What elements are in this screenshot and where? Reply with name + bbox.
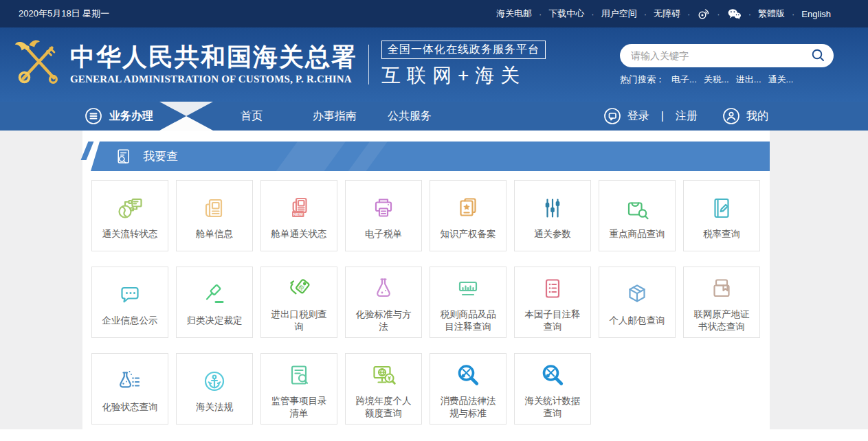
package-box-icon bbox=[622, 278, 652, 311]
topbar-link-customs-mail[interactable]: 海关电邮 bbox=[496, 8, 532, 20]
service-card-label: 通关流转状态 bbox=[101, 228, 159, 240]
clipboard-search-icon bbox=[284, 359, 314, 392]
service-card-crossborder-annual-quota[interactable]: 跨境年度个人额度查询 bbox=[345, 353, 422, 425]
topbar-link-accessibility[interactable]: 无障碍 bbox=[654, 8, 680, 20]
hamburger-menu-icon bbox=[85, 107, 102, 125]
service-card-domestic-subheading-notes[interactable]: 本国子目注释查询 bbox=[514, 267, 591, 338]
svg-text:NEW: NEW bbox=[293, 211, 303, 216]
service-card-supervision-catalog[interactable]: 监管事项目录清单 bbox=[260, 353, 337, 425]
service-card-label: 进出口税则查询 bbox=[270, 308, 328, 333]
topbar-link-download-center[interactable]: 下载中心 bbox=[548, 8, 584, 20]
service-card-lab-standards-methods[interactable]: 化验标准与方法 bbox=[345, 267, 422, 338]
service-card-label: 消费品法律法规与标准 bbox=[439, 395, 497, 420]
login-register-group: 登录 | 注册 bbox=[603, 107, 698, 125]
search-button[interactable] bbox=[811, 48, 825, 63]
service-card-label: 知识产权备案 bbox=[439, 228, 497, 240]
service-card-clearance-parameters[interactable]: 通关参数 bbox=[514, 180, 591, 251]
service-card-lab-status-query[interactable]: 化验状态查询 bbox=[91, 353, 168, 425]
nav-item-public-services[interactable]: 公共服务 bbox=[388, 109, 432, 124]
emblem-magnifier-icon bbox=[537, 359, 568, 392]
topbar-link-traditional-chinese[interactable]: 繁體版 bbox=[758, 8, 785, 20]
hot-search-item[interactable]: 进出... bbox=[736, 74, 761, 86]
service-card-manifest-clearance-status[interactable]: NEW 舱单通关状态 bbox=[260, 180, 337, 251]
site-header: 中华人民共和国海关总署 GENERAL ADMINISTRATION OF CU… bbox=[0, 27, 868, 102]
query-section-banner: 我要查 bbox=[91, 142, 770, 171]
customs-emblem-logo bbox=[11, 36, 65, 93]
service-card-label: 企业信息公示 bbox=[101, 315, 159, 327]
header-divider bbox=[368, 45, 369, 84]
weibo-icon[interactable] bbox=[697, 8, 710, 21]
service-card-label: 监管事项目录清单 bbox=[270, 395, 328, 420]
service-card-label: 通关参数 bbox=[524, 228, 581, 240]
shopping-bag-search-icon bbox=[622, 192, 652, 225]
my-account-link: 我的 bbox=[746, 109, 768, 124]
anchor-icon bbox=[199, 365, 230, 398]
service-card-clearance-flow-status[interactable]: 通关流转状态 bbox=[91, 180, 168, 251]
service-card-label: 个人邮包查询 bbox=[608, 315, 666, 327]
login-link[interactable]: 登录 bbox=[627, 109, 649, 124]
service-card-consumer-goods-laws[interactable]: 消费品法律法规与标准 bbox=[430, 353, 507, 425]
document-search-icon bbox=[114, 147, 133, 166]
banner-decoration-sliver bbox=[81, 142, 94, 160]
user-icon bbox=[722, 107, 740, 125]
service-card-grid: 通关流转状态 舱单信息 bbox=[91, 180, 770, 425]
flask-list-icon bbox=[115, 365, 145, 398]
gavel-icon bbox=[199, 278, 230, 311]
business-menu-button[interactable]: 业务办理 bbox=[85, 107, 153, 125]
main-navbar: 业务办理 首页 办事指南 公共服务 登录 | 注册 我的 bbox=[0, 102, 868, 131]
site-title-english: GENERAL ADMINISTRATION OF CUSTOMS, P. R.… bbox=[70, 74, 357, 85]
service-card-enterprise-info[interactable]: 企业信息公示 bbox=[91, 267, 168, 338]
login-bubble-icon bbox=[603, 107, 621, 125]
service-card-label: 税率查询 bbox=[693, 228, 750, 240]
emblem-magnifier-icon bbox=[453, 359, 483, 392]
hot-search-item[interactable]: 通关... bbox=[768, 74, 794, 86]
service-card-customs-statistics-query[interactable]: 海关统计数据查询 bbox=[514, 353, 591, 425]
book-pencil-icon bbox=[706, 192, 737, 225]
manifest-document-icon bbox=[199, 192, 230, 225]
service-card-tariff-rate-query[interactable]: 税率查询 bbox=[683, 180, 760, 251]
hot-search-item[interactable]: 电子... bbox=[671, 74, 697, 86]
service-card-electronic-tax-bill[interactable]: 电子税单 bbox=[345, 180, 422, 251]
manifest-new-icon: NEW bbox=[284, 192, 314, 225]
flask-icon bbox=[368, 272, 399, 305]
top-utility-bar: 2020年5月18日 星期一 海关电邮 · 下载中心 · 用户空间 · 无障碍 … bbox=[0, 0, 868, 27]
hand-tax-tag-icon: 税 bbox=[284, 272, 314, 305]
hot-search-label: 热门搜索： bbox=[620, 74, 665, 86]
service-card-label: 跨境年度个人额度查询 bbox=[355, 395, 412, 420]
service-card-label: 重点商品查询 bbox=[608, 228, 666, 240]
hot-search-item[interactable]: 关税... bbox=[704, 74, 729, 86]
service-card-origin-certificate-status[interactable]: 联网原产地证书状态查询 bbox=[683, 267, 760, 338]
service-card-key-commodity-query[interactable]: 重点商品查询 bbox=[599, 180, 676, 251]
service-card-import-export-tariff[interactable]: 税 进出口税则查询 bbox=[260, 267, 337, 338]
service-card-customs-regulations[interactable]: 海关法规 bbox=[176, 353, 253, 425]
globe-network-icon bbox=[115, 192, 145, 225]
register-link[interactable]: 注册 bbox=[676, 109, 698, 124]
topbar-link-english[interactable]: English bbox=[801, 9, 831, 19]
service-card-label: 海关统计数据查询 bbox=[524, 395, 581, 420]
search-icon bbox=[811, 48, 825, 63]
platform-badge: 全国一体化在线政务服务平台 bbox=[381, 41, 546, 59]
service-card-label: 化验状态查询 bbox=[101, 401, 159, 414]
service-card-label: 海关法规 bbox=[186, 401, 243, 414]
printer-icon bbox=[368, 192, 399, 225]
service-card-label: 归类决定裁定 bbox=[186, 315, 243, 327]
search-bar bbox=[620, 44, 834, 67]
nav-item-home[interactable]: 首页 bbox=[241, 109, 263, 124]
search-input[interactable] bbox=[631, 50, 811, 61]
wechat-icon[interactable] bbox=[727, 8, 742, 20]
nav-item-service-guide[interactable]: 办事指南 bbox=[313, 109, 357, 124]
site-title-chinese: 中华人民共和国海关总署 bbox=[70, 44, 357, 71]
nav-arrow-decoration bbox=[159, 102, 213, 131]
service-card-tariff-commodity-notes[interactable]: 税则商品及品目注释查询 bbox=[430, 267, 507, 338]
service-card-classification-ruling[interactable]: 归类决定裁定 bbox=[176, 267, 253, 338]
service-card-personal-parcel-query[interactable]: 个人邮包查询 bbox=[599, 267, 676, 338]
main-column: 我要查 通关流转状态 bbox=[82, 131, 770, 441]
service-card-label: 联网原产地证书状态查询 bbox=[693, 308, 750, 333]
my-account-group[interactable]: 我的 bbox=[722, 107, 768, 125]
service-card-label: 电子税单 bbox=[355, 228, 412, 240]
service-card-manifest-info[interactable]: 舱单信息 bbox=[176, 180, 253, 251]
card-star-icon bbox=[453, 192, 483, 225]
list-document-icon bbox=[537, 272, 568, 305]
topbar-link-user-space[interactable]: 用户空间 bbox=[601, 8, 637, 20]
service-card-ip-filing[interactable]: 知识产权备案 bbox=[430, 180, 507, 251]
